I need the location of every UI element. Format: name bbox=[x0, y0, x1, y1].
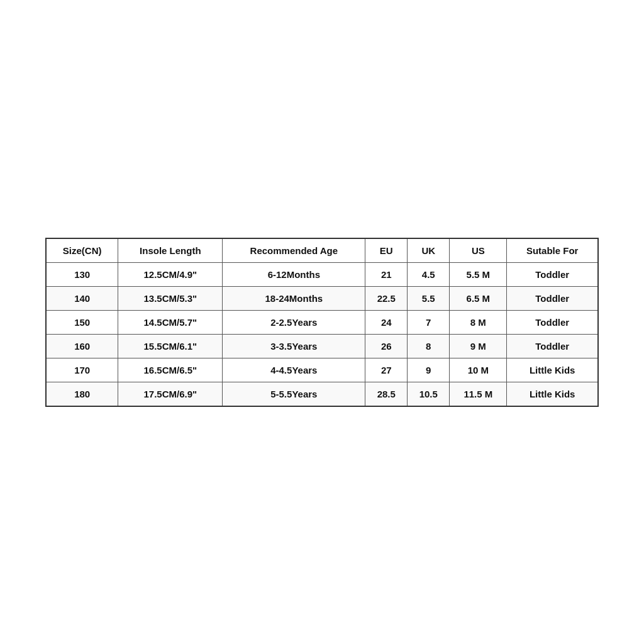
cell-uk-1: 5.5 bbox=[408, 286, 450, 310]
table-row: 15014.5CM/5.7"2-2.5Years2478 MToddler bbox=[46, 310, 598, 334]
cell-suitable_for-4: Little Kids bbox=[507, 358, 598, 382]
header-recommended-age: Recommended Age bbox=[223, 238, 365, 263]
header-insole-length: Insole Length bbox=[118, 238, 223, 263]
cell-eu-2: 24 bbox=[365, 310, 408, 334]
cell-recommended_age-2: 2-2.5Years bbox=[223, 310, 365, 334]
table-row: 16015.5CM/6.1"3-3.5Years2689 MToddler bbox=[46, 334, 598, 358]
cell-uk-4: 9 bbox=[408, 358, 450, 382]
cell-suitable_for-2: Toddler bbox=[507, 310, 598, 334]
cell-size_cn-1: 140 bbox=[46, 286, 118, 310]
cell-us-5: 11.5 M bbox=[450, 382, 507, 406]
cell-uk-2: 7 bbox=[408, 310, 450, 334]
cell-size_cn-3: 160 bbox=[46, 334, 118, 358]
table-row: 17016.5CM/6.5"4-4.5Years27910 MLittle Ki… bbox=[46, 358, 598, 382]
cell-insole_length-0: 12.5CM/4.9" bbox=[118, 262, 223, 286]
cell-recommended_age-0: 6-12Months bbox=[223, 262, 365, 286]
cell-eu-0: 21 bbox=[365, 262, 408, 286]
cell-insole_length-1: 13.5CM/5.3" bbox=[118, 286, 223, 310]
cell-size_cn-5: 180 bbox=[46, 382, 118, 406]
cell-suitable_for-5: Little Kids bbox=[507, 382, 598, 406]
cell-eu-4: 27 bbox=[365, 358, 408, 382]
table-row: 14013.5CM/5.3"18-24Months22.55.56.5 MTod… bbox=[46, 286, 598, 310]
cell-us-1: 6.5 M bbox=[450, 286, 507, 310]
size-chart-table: Size(CN) Insole Length Recommended Age E… bbox=[45, 238, 599, 407]
header-eu: EU bbox=[365, 238, 408, 263]
header-us: US bbox=[450, 238, 507, 263]
cell-size_cn-2: 150 bbox=[46, 310, 118, 334]
cell-uk-3: 8 bbox=[408, 334, 450, 358]
header-uk: UK bbox=[408, 238, 450, 263]
cell-insole_length-2: 14.5CM/5.7" bbox=[118, 310, 223, 334]
cell-insole_length-4: 16.5CM/6.5" bbox=[118, 358, 223, 382]
cell-uk-0: 4.5 bbox=[408, 262, 450, 286]
cell-size_cn-0: 130 bbox=[46, 262, 118, 286]
header-suitable-for: Sutable For bbox=[507, 238, 598, 263]
cell-suitable_for-1: Toddler bbox=[507, 286, 598, 310]
table-row: 13012.5CM/4.9"6-12Months214.55.5 MToddle… bbox=[46, 262, 598, 286]
cell-eu-1: 22.5 bbox=[365, 286, 408, 310]
size-chart-container: Size(CN) Insole Length Recommended Age E… bbox=[45, 238, 599, 407]
cell-suitable_for-3: Toddler bbox=[507, 334, 598, 358]
cell-insole_length-5: 17.5CM/6.9" bbox=[118, 382, 223, 406]
header-size-cn: Size(CN) bbox=[46, 238, 118, 263]
cell-us-2: 8 M bbox=[450, 310, 507, 334]
cell-recommended_age-5: 5-5.5Years bbox=[223, 382, 365, 406]
cell-recommended_age-1: 18-24Months bbox=[223, 286, 365, 310]
cell-eu-5: 28.5 bbox=[365, 382, 408, 406]
cell-us-4: 10 M bbox=[450, 358, 507, 382]
cell-insole_length-3: 15.5CM/6.1" bbox=[118, 334, 223, 358]
cell-recommended_age-3: 3-3.5Years bbox=[223, 334, 365, 358]
cell-us-0: 5.5 M bbox=[450, 262, 507, 286]
table-row: 18017.5CM/6.9"5-5.5Years28.510.511.5 MLi… bbox=[46, 382, 598, 406]
cell-recommended_age-4: 4-4.5Years bbox=[223, 358, 365, 382]
cell-uk-5: 10.5 bbox=[408, 382, 450, 406]
cell-eu-3: 26 bbox=[365, 334, 408, 358]
table-header-row: Size(CN) Insole Length Recommended Age E… bbox=[46, 238, 598, 263]
cell-us-3: 9 M bbox=[450, 334, 507, 358]
cell-suitable_for-0: Toddler bbox=[507, 262, 598, 286]
cell-size_cn-4: 170 bbox=[46, 358, 118, 382]
